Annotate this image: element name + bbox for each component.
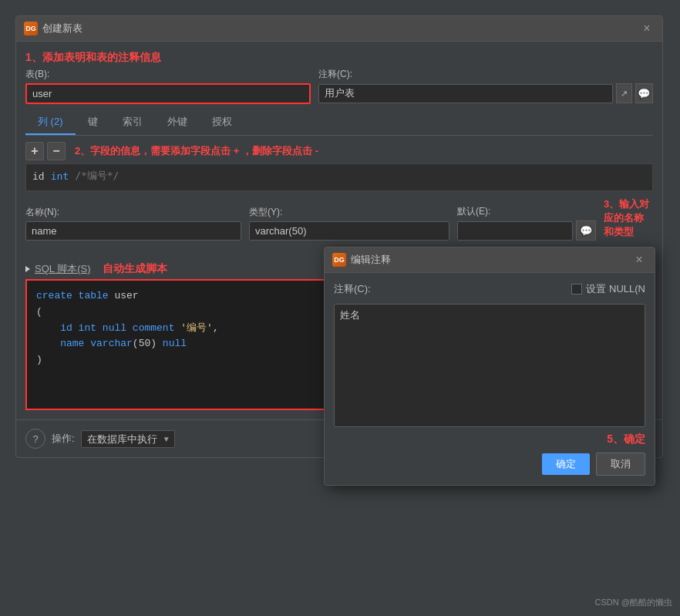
sub-titlebar: DG 编辑注释 × [325,247,655,273]
main-titlebar: DG 创建新表 × [16,16,662,42]
tabs-row: 列 (2) 键 索引 外键 授权 [25,110,653,136]
comment-label: 注释(C): [318,68,653,81]
dialog-title: 创建新表 [42,22,82,35]
comment-col: 注释(C): ↗ 💬 [318,68,653,103]
table-row[interactable]: id int /*编号*/ [32,167,646,184]
annotation-1: 1、添加表明和表的注释信息 [25,51,161,63]
sub-comment-label: 注释(C): [334,282,371,296]
field-edit-row: 名称(N): 类型(Y): 默认(E): 💬 3、输入对应的名称和类型 [25,197,653,247]
field-type-col: 类型(Y): [249,206,449,241]
field-name-id: id [32,170,45,182]
field-default-col: 默认(E): 💬 [457,205,596,241]
sub-comment-row: 注释(C): 设置 NULL(N [334,282,645,296]
field-default-label: 默认(E): [457,205,596,218]
comment-textarea[interactable]: 姓名 [334,304,645,427]
comment-wrapper: ↗ 💬 [318,83,653,103]
comment-expand-button[interactable]: ↗ [616,83,632,103]
tab-indexes[interactable]: 索引 [110,110,155,135]
add-field-button[interactable]: + [25,142,44,160]
sub-body: 注释(C): 设置 NULL(N 姓名 5、确定 确定 取消 [325,273,655,485]
field-name-label: 名称(N): [25,206,241,219]
table-name-col: 表(B): [25,68,311,104]
annotation-3: 3、输入对应的名称和类型 [604,197,653,241]
null-checkbox-row: 设置 NULL(N [571,282,645,296]
cancel-sub-button[interactable]: 取消 [596,453,645,476]
sub-close-button[interactable]: × [631,252,647,268]
watermark: CSDN @酷酷的懒虫 [595,597,672,608]
tab-keys[interactable]: 键 [76,110,110,135]
field-default-input[interactable] [457,221,573,241]
annotation-2: 2、字段的信息，需要添加字段点击 + ，删除字段点击 - [75,144,318,158]
sub-titlebar-left: DG 编辑注释 [332,253,391,267]
ok-button[interactable]: 确定 [542,453,590,475]
sql-title[interactable]: SQL 脚本(S) [35,262,90,276]
remove-field-button[interactable]: − [47,142,66,160]
main-close-button[interactable]: × [639,21,655,36]
null-checkbox[interactable] [571,284,582,295]
null-label: 设置 NULL(N [586,282,645,296]
field-name-col: 名称(N): [25,206,241,241]
field-name-input[interactable] [25,221,241,241]
tab-auth[interactable]: 授权 [200,110,244,135]
table-info-row: 表(B): 注释(C): ↗ 💬 [25,68,653,104]
app-icon: DG [24,22,38,35]
field-type-input[interactable] [249,221,449,241]
ops-label: 操作: [52,432,75,446]
comment-icon-button[interactable]: 💬 [635,83,653,103]
annotation-5: 5、确定 [334,433,645,446]
table-name-input[interactable] [25,83,311,104]
annotation-1-row: 1、添加表明和表的注释信息 [25,51,653,65]
sub-footer: 确定 取消 [334,453,645,476]
sql-collapse-icon [25,266,30,272]
tab-columns[interactable]: 列 (2) [25,110,76,135]
sub-dialog: DG 编辑注释 × 注释(C): 设置 NULL(N 姓名 5、确定 确定 取消 [324,247,655,486]
comment-input[interactable] [318,84,613,103]
ops-select-wrapper: 在数据库中执行 生成SQL文件 在控制台显示 ▼ [81,430,175,448]
ops-select[interactable]: 在数据库中执行 生成SQL文件 在控制台显示 [81,430,175,448]
titlebar-left: DG 创建新表 [24,22,82,35]
field-comment-id: /*编号*/ [75,169,119,183]
field-type-label: 类型(Y): [249,206,449,219]
fields-list: id int /*编号*/ [25,163,653,191]
field-type-id: int [51,170,69,182]
help-button[interactable]: ? [25,429,45,449]
table-label: 表(B): [25,68,311,81]
tab-foreign-keys[interactable]: 外键 [155,110,200,135]
sub-app-icon: DG [332,253,346,267]
annotation-auto: 自动生成脚本 [103,262,167,276]
dialog-overlay: DG 创建新表 × 1、添加表明和表的注释信息 表(B): 注释(C): [0,0,680,616]
toolbar-row: + − 2、字段的信息，需要添加字段点击 + ，删除字段点击 - [25,142,653,160]
field-comment-button[interactable]: 💬 [576,220,596,241]
sub-dialog-title: 编辑注释 [351,253,391,267]
